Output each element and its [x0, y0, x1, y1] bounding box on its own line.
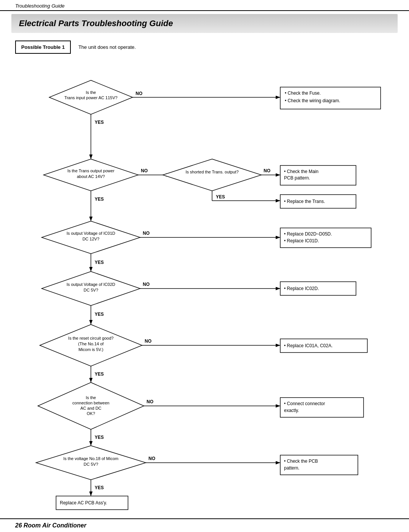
svg-text:Trans input power AC 115V?: Trans input power AC 115V?: [64, 95, 117, 100]
label-no-d3: NO: [264, 168, 270, 173]
svg-text:• Check the Fuse.: • Check the Fuse.: [285, 90, 321, 96]
svg-text:Is the: Is the: [86, 90, 96, 95]
label-no-d5: NO: [143, 282, 150, 287]
label-yes-d7: YES: [95, 435, 104, 440]
page-title: Electrical Parts Troubleshooting Guide: [19, 19, 390, 28]
content-area: Possible Trouble 1 The unit does not ope…: [0, 33, 409, 485]
svg-text:DC 5V?: DC 5V?: [84, 288, 98, 292]
svg-text:AC and DC: AC and DC: [80, 406, 101, 410]
label-yes-d2: YES: [95, 197, 104, 202]
label-yes-d4: YES: [95, 260, 104, 265]
svg-text:• Check the wiring diagram.: • Check the wiring diagram.: [285, 98, 340, 103]
header-subtitle: Troubleshooting Guide: [15, 3, 65, 9]
svg-text:• Replace the Trans.: • Replace the Trans.: [284, 199, 325, 204]
svg-text:Is output Voltage of IC02D: Is output Voltage of IC02D: [67, 282, 115, 287]
label-yes-d8: YES: [95, 485, 104, 490]
svg-text:PCB pattern.: PCB pattern.: [284, 175, 310, 181]
label-no-d6: NO: [145, 339, 151, 344]
svg-text:Is the reset circuit good?: Is the reset circuit good?: [68, 336, 114, 340]
label-no-d8: NO: [148, 456, 155, 461]
svg-text:• Check the Main: • Check the Main: [284, 169, 318, 174]
possible-trouble-description: The unit does not operate.: [78, 44, 136, 50]
svg-text:pattern.: pattern.: [284, 465, 300, 471]
svg-text:Is the: Is the: [86, 395, 96, 400]
possible-trouble-row: Possible Trouble 1 The unit does not ope…: [15, 41, 394, 54]
svg-text:• Replace IC01D.: • Replace IC01D.: [284, 238, 319, 243]
title-bar: Electrical Parts Troubleshooting Guide: [11, 14, 398, 33]
action-box-7: [280, 398, 364, 417]
svg-text:Is the voltage No.18 of Micom: Is the voltage No.18 of Micom: [63, 456, 119, 461]
label-yes-d1: YES: [95, 120, 104, 125]
action-box-8: [280, 455, 358, 475]
possible-trouble-box: Possible Trouble 1: [15, 41, 71, 54]
svg-text:connection between: connection between: [72, 401, 109, 405]
page-wrapper: Troubleshooting Guide Electrical Parts T…: [0, 0, 409, 532]
svg-text:Is output Voltage of IC01D: Is output Voltage of IC01D: [67, 231, 115, 236]
label-no-d1: NO: [136, 91, 142, 96]
footer-text: 26 Room Air Conditioner: [15, 522, 86, 529]
label-yes-d5: YES: [95, 312, 104, 317]
action-box-4: [280, 228, 371, 248]
page-header: Troubleshooting Guide: [0, 0, 409, 11]
flowchart-svg: Is the Trans input power AC 115V? YES NO…: [15, 61, 394, 532]
svg-text:Micom is 5V.): Micom is 5V.): [78, 347, 103, 352]
label-no-d2: NO: [141, 168, 148, 173]
svg-text:Replace AC PCB Ass'y.: Replace AC PCB Ass'y.: [60, 500, 107, 505]
svg-text:• Check the PCB: • Check the PCB: [284, 459, 318, 464]
svg-text:• Replace IC02D.: • Replace IC02D.: [284, 286, 319, 291]
svg-text:about AC 14V?: about AC 14V?: [77, 174, 105, 179]
svg-text:OK?: OK?: [87, 411, 95, 416]
svg-text:• Connect connector: • Connect connector: [284, 401, 325, 406]
svg-text:Is the Trans output power: Is the Trans output power: [67, 168, 114, 173]
label-no-d4: NO: [143, 231, 150, 236]
svg-text:(The No.14 of: (The No.14 of: [78, 342, 104, 346]
footer-bar: 26 Room Air Conditioner: [0, 518, 409, 532]
svg-text:DC 12V?: DC 12V?: [83, 237, 100, 241]
svg-text:DC 5V?: DC 5V?: [84, 462, 98, 466]
diamond-3: [163, 159, 261, 191]
svg-text:• Replace D02D~D05D.: • Replace D02D~D05D.: [284, 231, 332, 237]
label-yes-d3: YES: [216, 194, 225, 200]
label-yes-d6: YES: [95, 371, 104, 377]
flowchart: Is the Trans input power AC 115V? YES NO…: [15, 61, 394, 478]
svg-text:exactly.: exactly.: [284, 408, 299, 413]
label-no-d7: NO: [147, 399, 153, 404]
svg-text:• Replace IC01A, C02A.: • Replace IC01A, C02A.: [284, 343, 333, 348]
svg-text:Is shorted the Trans. output?: Is shorted the Trans. output?: [186, 170, 239, 174]
